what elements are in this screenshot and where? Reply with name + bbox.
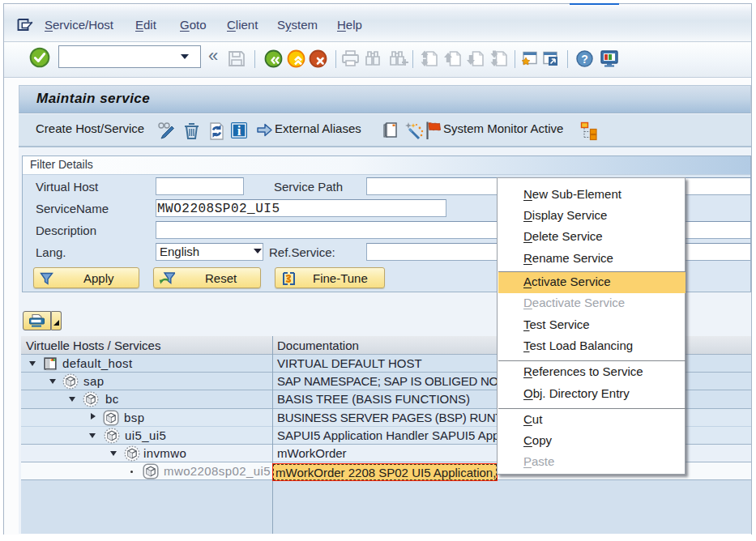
svg-text:?: ? <box>581 53 588 66</box>
svg-text:i: i <box>237 123 241 138</box>
